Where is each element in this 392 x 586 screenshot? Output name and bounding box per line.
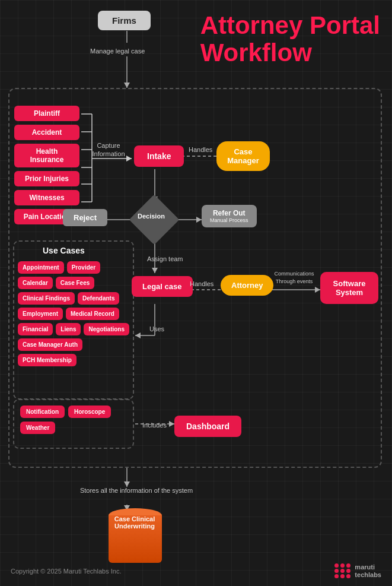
logo-icon — [334, 563, 351, 578]
widget-horoscope[interactable]: Horoscope — [68, 406, 111, 418]
attorney-box[interactable]: Attorney — [221, 275, 273, 296]
widget-weather[interactable]: Weather — [20, 422, 55, 434]
svg-marker-3 — [124, 83, 130, 88]
handles-attorney-label: Handles — [190, 280, 213, 287]
uc-case-mgr-auth[interactable]: Case Manager Auth — [18, 338, 82, 351]
assign-label: Assign team — [147, 255, 183, 262]
uc-financial[interactable]: Financial — [18, 323, 53, 335]
uc-medical[interactable]: Medical Record — [66, 308, 119, 320]
refer-out-sub: Manual Process — [210, 217, 248, 223]
logo-text: maruti techlabs — [355, 563, 381, 579]
db-label: Case Clinical Underwriting — [96, 515, 173, 530]
uc-liens[interactable]: Liens — [56, 323, 81, 335]
widget-notification[interactable]: Notification — [20, 406, 65, 418]
logo-area: maruti techlabs — [334, 563, 381, 579]
dashboard-box[interactable]: Dashboard — [174, 416, 241, 437]
stores-label: Stores all the information of the system — [77, 487, 196, 494]
uc-clinical[interactable]: Clinical Findings — [18, 292, 75, 305]
title-area: Attorney Portal Workflow — [200, 12, 380, 66]
uc-employment[interactable]: Employment — [18, 308, 63, 320]
firms-box: Firms — [98, 11, 151, 30]
uc-negotiations[interactable]: Negotiations — [84, 323, 129, 335]
comm-label: Communications Through events — [270, 270, 318, 285]
case-manager-box[interactable]: Case Manager — [216, 141, 270, 171]
intake-box[interactable]: Intake — [134, 145, 184, 167]
svg-text:Manage legal case: Manage legal case — [90, 47, 145, 55]
includes-label: Includes — [142, 422, 167, 429]
uc-provider[interactable]: Provider — [67, 261, 101, 274]
copyright-text: Copyright © 2025 Maruti Techlabs Inc. — [11, 568, 121, 575]
title-line2: Workflow — [200, 39, 380, 66]
title-line1: Attorney Portal — [200, 12, 380, 39]
footer: Copyright © 2025 Maruti Techlabs Inc. ma… — [11, 563, 381, 579]
use-cases-grid: Appointment Provider Calendar Case Fees … — [18, 261, 130, 366]
refer-out-label: Refer Out — [213, 209, 246, 217]
uses-label: Uses — [149, 325, 164, 332]
uc-defendants[interactable]: Defendants — [78, 292, 119, 305]
uc-calendar[interactable]: Calendar — [18, 277, 53, 289]
use-cases-title: Use Cases — [43, 246, 85, 255]
handles-intake-label: Handles — [189, 146, 212, 153]
svg-marker-31 — [124, 482, 130, 487]
uc-appointment[interactable]: Appointment — [18, 261, 64, 274]
reject-box[interactable]: Reject — [63, 209, 107, 226]
legal-case-box[interactable]: Legal case — [132, 276, 193, 297]
refer-out-box[interactable]: Refer Out Manual Process — [202, 205, 257, 227]
decision-label: Decision — [138, 213, 165, 220]
uc-case-fees[interactable]: Case Fees — [56, 277, 94, 289]
uc-pch[interactable]: PCH Membership — [18, 354, 77, 366]
software-system-box[interactable]: Software System — [320, 272, 378, 304]
widget-items: Notification Horoscope Weather — [20, 406, 129, 434]
